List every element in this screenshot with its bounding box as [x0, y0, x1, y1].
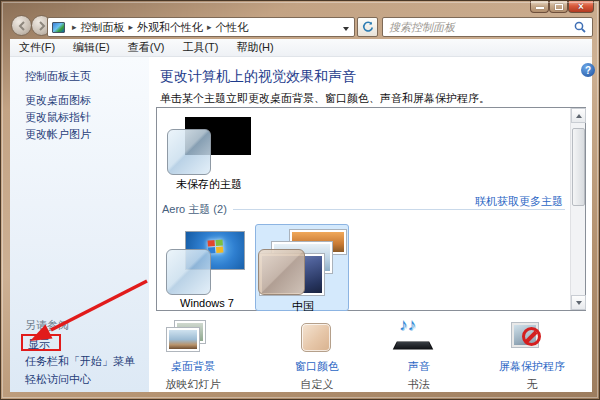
breadcrumb-arrow-icon: ▸: [203, 22, 216, 32]
theme-list: 未保存的主题 联机获取更多主题 Aero 主题 (2) Windows 7 中国: [156, 107, 586, 311]
sounds-value: 书法: [369, 377, 469, 392]
address-dropdown-button[interactable]: [343, 21, 354, 33]
page-subtitle: 单击某个主题立即更改桌面背景、窗口颜色、声音和屏幕保护程序。: [160, 91, 490, 106]
window-color-value: 自定义: [267, 377, 367, 392]
sidebar-item-change-mouse-pointers[interactable]: 更改鼠标指针: [25, 110, 91, 125]
sounds-setting[interactable]: ♪♪ 声音 书法: [369, 321, 469, 392]
personalization-icon: [52, 22, 65, 33]
window-color-icon: [267, 321, 367, 355]
chevron-down-icon: [343, 27, 349, 31]
group-divider: [233, 209, 565, 210]
screensaver-label[interactable]: 屏幕保护程序: [482, 359, 582, 374]
desktop-background-setting[interactable]: 桌面背景 放映幻灯片: [143, 321, 243, 392]
forward-icon: [37, 21, 47, 31]
refresh-icon: [362, 21, 374, 33]
menu-bar: 文件(F) 编辑(E) 查看(V) 工具(T) 帮助(H): [10, 39, 592, 57]
aero-themes-header: Aero 主题 (2): [162, 202, 233, 217]
sidebar-item-change-account-picture[interactable]: 更改帐户图片: [25, 127, 91, 142]
personalization-window: × ▸ 控制面板 ▸ 外观和个性化 ▸ 个性化 搜索控制面板 文件(F) 编辑(…: [0, 0, 600, 400]
theme-list-scrollbar[interactable]: [570, 108, 585, 310]
close-icon: ×: [578, 2, 584, 12]
maximize-button[interactable]: [549, 1, 568, 13]
minimize-button[interactable]: [530, 1, 549, 13]
scrollbar-thumb[interactable]: [572, 128, 585, 206]
menu-help[interactable]: 帮助(H): [227, 39, 282, 56]
breadcrumb-control-panel[interactable]: 控制面板: [81, 20, 125, 35]
menu-edit[interactable]: 编辑(E): [64, 39, 119, 56]
unsaved-theme-label: 未保存的主题: [161, 177, 257, 192]
search-placeholder: 搜索控制面板: [383, 20, 573, 35]
sidebar-item-control-panel-home[interactable]: 控制面板主页: [25, 69, 91, 84]
back-icon: [17, 21, 27, 31]
breadcrumb-arrow-icon: ▸: [68, 22, 81, 32]
page-title: 更改计算机上的视觉效果和声音: [160, 68, 356, 86]
screensaver-icon: [482, 321, 582, 355]
sidebar-item-ease-of-access[interactable]: 轻松访问中心: [25, 372, 91, 387]
scroll-up-button[interactable]: [571, 108, 586, 123]
minimize-icon: [536, 7, 544, 9]
scrollbar-up-icon: [576, 114, 582, 118]
desktop-background-icon: [143, 321, 243, 355]
close-button[interactable]: ×: [568, 1, 594, 13]
theme-china-label: 中国: [256, 299, 350, 314]
breadcrumb-arrow-icon: ▸: [125, 22, 138, 32]
help-icon[interactable]: ?: [581, 63, 595, 77]
sounds-label[interactable]: 声音: [369, 359, 469, 374]
theme-windows7-label: Windows 7: [162, 297, 252, 309]
scroll-down-button[interactable]: [571, 295, 586, 310]
screensaver-value: 无: [482, 377, 582, 392]
unsaved-theme-glass-icon[interactable]: [167, 129, 211, 175]
search-input[interactable]: 搜索控制面板: [382, 17, 593, 37]
search-icon[interactable]: [573, 20, 587, 34]
sounds-icon: ♪♪: [369, 321, 469, 355]
see-also-header: 另请参阅: [25, 318, 69, 333]
menu-file[interactable]: 文件(F): [10, 39, 64, 56]
desktop-background-value: 放映幻灯片: [143, 377, 243, 392]
aero-themes-group: Aero 主题 (2): [162, 202, 565, 217]
window-color-setting[interactable]: 窗口颜色 自定义: [267, 321, 367, 392]
breadcrumb-personalization[interactable]: 个性化: [216, 20, 249, 35]
refresh-button[interactable]: [357, 17, 378, 37]
maximize-icon: [555, 4, 563, 10]
china-glass-icon: [258, 249, 305, 295]
address-bar[interactable]: ▸ 控制面板 ▸ 外观和个性化 ▸ 个性化: [47, 17, 355, 37]
scrollbar-down-icon: [576, 301, 582, 305]
back-button[interactable]: [11, 15, 32, 36]
window-color-label[interactable]: 窗口颜色: [267, 359, 367, 374]
sidebar-item-change-desktop-icons[interactable]: 更改桌面图标: [25, 93, 91, 108]
sidebar-item-taskbar-start-menu[interactable]: 任务栏和「开始」菜单: [25, 354, 135, 369]
breadcrumb-appearance[interactable]: 外观和个性化: [137, 20, 203, 35]
menu-tools[interactable]: 工具(T): [173, 39, 227, 56]
annotation-highlight-box: [21, 334, 61, 351]
theme-china-selected[interactable]: 中国: [255, 224, 349, 311]
desktop-background-label[interactable]: 桌面背景: [143, 359, 243, 374]
windows7-glass-icon: [166, 249, 211, 295]
menu-view[interactable]: 查看(V): [119, 39, 174, 56]
screensaver-setting[interactable]: 屏幕保护程序 无: [482, 321, 582, 392]
